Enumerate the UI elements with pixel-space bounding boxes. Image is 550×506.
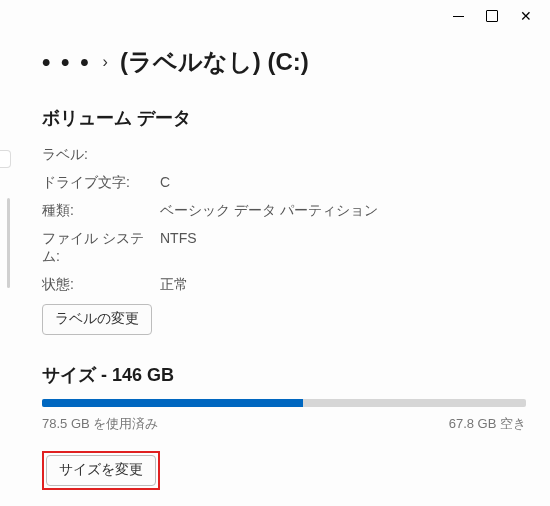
row-type-key: 種類: xyxy=(42,202,160,220)
usage-bar xyxy=(42,399,526,407)
page-title: (ラベルなし) (C:) xyxy=(120,46,309,78)
row-label-key: ラベル: xyxy=(42,146,160,164)
row-state-value: 正常 xyxy=(160,276,188,294)
breadcrumb-ellipsis-icon[interactable]: • • • xyxy=(42,48,91,76)
row-type-value: ベーシック データ パーティション xyxy=(160,202,378,220)
size-heading: サイズ - 146 GB xyxy=(42,363,526,387)
breadcrumb: • • • › (ラベルなし) (C:) xyxy=(42,46,526,78)
row-label: ラベル: xyxy=(42,146,526,164)
used-space-text: 78.5 GB を使用済み xyxy=(42,415,158,433)
row-drive-value: C xyxy=(160,174,170,192)
row-fs-key: ファイル システム: xyxy=(42,230,160,266)
close-icon[interactable]: ✕ xyxy=(520,9,532,23)
change-label-button[interactable]: ラベルの変更 xyxy=(42,304,152,335)
window-titlebar: ✕ xyxy=(0,0,550,32)
row-drive-letter: ドライブ文字: C xyxy=(42,174,526,192)
minimize-icon[interactable] xyxy=(453,16,464,17)
resize-button-highlight: サイズを変更 xyxy=(42,451,160,490)
usage-bar-fill xyxy=(42,399,303,407)
row-state-key: 状態: xyxy=(42,276,160,294)
row-state: 状態: 正常 xyxy=(42,276,526,294)
volume-data-heading: ボリューム データ xyxy=(42,106,526,130)
row-fs-value: NTFS xyxy=(160,230,197,266)
resize-button[interactable]: サイズを変更 xyxy=(46,455,156,486)
background-window-edge xyxy=(0,150,11,168)
background-window-scroll xyxy=(7,198,10,288)
free-space-text: 67.8 GB 空き xyxy=(449,415,526,433)
chevron-right-icon: › xyxy=(103,53,108,71)
usage-bar-labels: 78.5 GB を使用済み 67.8 GB 空き xyxy=(42,415,526,433)
maximize-icon[interactable] xyxy=(486,10,498,22)
row-drive-key: ドライブ文字: xyxy=(42,174,160,192)
row-filesystem: ファイル システム: NTFS xyxy=(42,230,526,266)
row-type: 種類: ベーシック データ パーティション xyxy=(42,202,526,220)
